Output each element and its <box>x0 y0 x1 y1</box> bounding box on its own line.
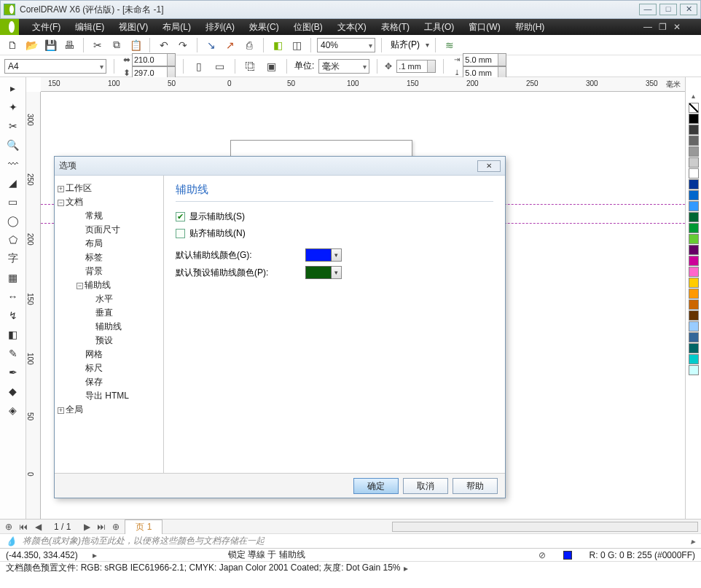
menu-item[interactable]: 排列(A) <box>198 19 242 35</box>
horizontal-ruler[interactable]: 15010050050100150200250300350毫米 <box>41 77 685 92</box>
eyedropper-icon[interactable]: 💧 <box>6 536 17 546</box>
nudge-spin[interactable]: .1 mm <box>396 60 436 73</box>
tree-node[interactable]: 布局 <box>58 237 160 251</box>
polygon-tool[interactable]: ⬠ <box>4 232 23 248</box>
dimension-tool[interactable]: ↔ <box>4 289 23 305</box>
outline-tool[interactable]: ✒ <box>4 364 23 380</box>
menu-item[interactable]: 工具(O) <box>417 19 461 35</box>
zoom-combo[interactable]: 40% <box>317 38 375 52</box>
menu-item[interactable]: 窗口(W) <box>461 19 507 35</box>
color-swatch[interactable] <box>689 267 699 277</box>
print-icon[interactable]: 🖶 <box>61 37 77 53</box>
app-launcher-icon[interactable]: ◧ <box>270 37 286 53</box>
color-swatch[interactable] <box>689 256 699 266</box>
color-swatch[interactable] <box>689 201 699 211</box>
menu-item[interactable]: 布局(L) <box>155 19 198 35</box>
tree-node[interactable]: 导出 HTML <box>58 389 160 403</box>
prev-page-button[interactable]: ◀ <box>32 522 44 532</box>
dialog-close-button[interactable]: ✕ <box>477 160 501 172</box>
add-page-after-button[interactable]: ⊕ <box>110 522 122 532</box>
color-swatch[interactable] <box>689 168 699 179</box>
tree-node-global[interactable]: 全局 <box>66 404 83 415</box>
tree-node-guides[interactable]: 辅助线 <box>85 280 111 290</box>
close-button[interactable]: ✕ <box>680 4 697 15</box>
tree-node[interactable]: 垂直 <box>58 306 160 320</box>
tree-node[interactable]: 网格 <box>58 348 160 361</box>
help-button[interactable]: 帮助 <box>453 478 498 494</box>
next-page-button[interactable]: ▶ <box>81 522 93 532</box>
color-swatch[interactable] <box>689 136 699 146</box>
tree-node[interactable]: 标签 <box>58 251 160 264</box>
current-page-button[interactable]: ▣ <box>263 58 279 74</box>
tree-node[interactable]: 水平 <box>58 292 160 306</box>
color-swatch[interactable] <box>689 157 699 168</box>
import-icon[interactable]: ↘ <box>203 37 219 53</box>
color-swatch[interactable] <box>689 245 699 255</box>
menu-item[interactable]: 视图(V) <box>111 19 155 35</box>
page-width-spin[interactable]: 210.0 mm <box>132 53 176 66</box>
color-swatch[interactable] <box>689 299 699 310</box>
palette-up-button[interactable]: ▴ <box>692 92 695 100</box>
redo-icon[interactable]: ↷ <box>175 37 191 53</box>
color-swatch[interactable] <box>689 354 699 364</box>
horizontal-scrollbar[interactable] <box>392 522 698 532</box>
tree-node[interactable]: 预设 <box>58 334 160 348</box>
crop-tool[interactable]: ✂ <box>4 118 23 134</box>
maximize-button[interactable]: □ <box>659 4 677 15</box>
expand-icon[interactable]: + <box>58 407 64 414</box>
all-pages-button[interactable]: ⿻ <box>243 58 259 74</box>
units-combo[interactable]: 毫米 <box>318 59 369 74</box>
menu-item[interactable]: 位图(B) <box>286 19 330 35</box>
color-swatch[interactable] <box>689 278 699 288</box>
menu-item[interactable]: 帮助(H) <box>508 19 552 35</box>
snap-label[interactable]: 贴齐(P) <box>388 39 423 51</box>
undo-icon[interactable]: ↶ <box>156 37 172 53</box>
menu-item[interactable]: 编辑(E) <box>68 19 111 35</box>
cut-icon[interactable]: ✂ <box>90 37 106 53</box>
tree-node-workspace[interactable]: 工作区 <box>66 183 92 193</box>
table-tool[interactable]: ▦ <box>4 270 23 286</box>
add-page-before-button[interactable]: ⊕ <box>3 522 15 532</box>
color-swatch[interactable] <box>689 289 699 299</box>
interactive-tool[interactable]: ◧ <box>4 326 23 342</box>
menu-item[interactable]: 文本(X) <box>330 19 374 35</box>
color-swatch[interactable] <box>689 332 699 342</box>
color-swatch[interactable] <box>689 234 699 244</box>
text-tool[interactable]: 字 <box>4 251 23 267</box>
color-swatch[interactable] <box>689 365 699 375</box>
vertical-ruler[interactable]: 300250200150100500 <box>26 92 41 519</box>
smartfill-tool[interactable]: ◢ <box>4 175 23 191</box>
last-page-button[interactable]: ⏭ <box>95 522 107 532</box>
ok-button[interactable]: 确定 <box>353 478 399 494</box>
open-icon[interactable]: 📂 <box>23 37 39 53</box>
menu-item[interactable]: 效果(C) <box>242 19 286 35</box>
default-color-dropdown[interactable]: ▾ <box>332 248 342 262</box>
color-swatch[interactable] <box>689 146 699 157</box>
options-icon[interactable]: ≋ <box>442 37 458 53</box>
options-tree[interactable]: +工作区 −文档 常规页面尺寸布局标签背景 −辅助线 水平垂直辅助线预设 网格标… <box>55 176 164 473</box>
fill-color-swatch[interactable] <box>563 551 572 560</box>
preset-color-dropdown[interactable]: ▾ <box>332 266 342 279</box>
menu-item[interactable]: 表格(T) <box>374 19 417 35</box>
page-tab[interactable]: 页 1 <box>125 520 162 534</box>
save-icon[interactable]: 💾 <box>42 37 58 53</box>
rectangle-tool[interactable]: ▭ <box>4 194 23 210</box>
zoom-tool[interactable]: 🔍 <box>4 137 23 153</box>
collapse-icon[interactable]: − <box>58 200 64 206</box>
dialog-titlebar[interactable]: 选项 ✕ <box>55 157 505 176</box>
default-color-swatch[interactable] <box>305 248 332 262</box>
welcome-icon[interactable]: ◫ <box>289 37 305 53</box>
fill-tool[interactable]: ◆ <box>4 383 23 399</box>
tree-node[interactable]: 页面尺寸 <box>58 223 160 237</box>
freehand-tool[interactable]: 〰 <box>4 156 23 172</box>
tree-node[interactable]: 常规 <box>58 209 160 223</box>
color-swatch[interactable] <box>689 212 699 222</box>
color-swatch[interactable] <box>689 179 699 189</box>
color-swatch[interactable] <box>689 310 699 321</box>
tree-node[interactable]: 标尺 <box>58 361 160 375</box>
paper-size-combo[interactable]: A4 <box>4 59 106 74</box>
menu-item[interactable]: 文件(F) <box>25 19 68 35</box>
eyedropper-tool[interactable]: ✎ <box>4 345 23 361</box>
tree-node[interactable]: 保存 <box>58 375 160 389</box>
no-color-swatch[interactable] <box>689 103 699 113</box>
